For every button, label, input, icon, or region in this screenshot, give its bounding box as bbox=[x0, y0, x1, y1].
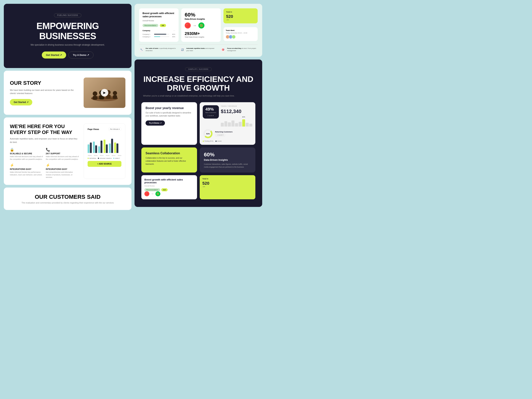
rev-bar-5 bbox=[235, 123, 238, 127]
avatars bbox=[226, 35, 255, 39]
bar-group-5 bbox=[109, 139, 113, 153]
avatar-3 bbox=[232, 35, 236, 39]
target-icon: 🎯 bbox=[221, 47, 226, 52]
company-more-icon: ··· bbox=[173, 29, 175, 32]
chart-legend: REFERRAL ORGANIC SEARCH DIRECT bbox=[88, 158, 121, 159]
big-num: 2930M+ bbox=[185, 31, 217, 36]
yearly-amount: $112,340 bbox=[221, 108, 252, 114]
rev-bar-9 bbox=[249, 124, 252, 127]
revenue-bar-chart: $47k bbox=[221, 117, 252, 127]
total-in-sub: -1% bbox=[202, 186, 253, 188]
add-source-button[interactable]: + ADD SOURCE bbox=[88, 161, 121, 167]
rec-score: 4.0 bbox=[160, 24, 166, 27]
team-title: Team Meet. bbox=[226, 29, 255, 31]
rev-bar-2 bbox=[224, 121, 228, 127]
bar-group-1 bbox=[88, 142, 92, 153]
legend-dot-pending bbox=[203, 141, 204, 142]
get-started-button[interactable]: Get Started ↗ bbox=[42, 51, 66, 58]
play-button[interactable]: ▶ bbox=[101, 89, 108, 96]
legend-pending: Pending (51%) bbox=[203, 140, 213, 142]
story-text: OUR STORY We have been building our team… bbox=[10, 80, 79, 105]
boost-rec-badge: Recomendation bbox=[144, 188, 160, 191]
boost-growth-card-top: Boost growth with efficient sales proces… bbox=[139, 8, 179, 42]
info-item-3: 🎯 Focus on what they do best. From proje… bbox=[221, 47, 258, 52]
chart-title: Page Views bbox=[88, 128, 99, 130]
info-item-1: 🔧 Our suite of tools is specifically des… bbox=[139, 47, 176, 52]
simplify-badge: SIMPLIFY, SUCCEED bbox=[185, 67, 212, 71]
legend-label-direct: DIRECT bbox=[115, 158, 120, 159]
insights-card-eff: 60% Data-Driven Insights Customer intera… bbox=[200, 147, 255, 172]
data-insights-card-top: 60% Data-Driven Insights 🔴 → 🟢 2930M+ To… bbox=[181, 8, 221, 42]
new-customers-filter[interactable]: 1 month ▾ bbox=[205, 114, 216, 117]
company1-bar-bg bbox=[154, 34, 169, 35]
team-time: Today, December 09:20 – 19:30 bbox=[226, 32, 255, 34]
feature-integrations-1: ⚡ INTEGRATIONS EASY Make informed Monito… bbox=[10, 163, 43, 179]
returning-info: Returning Customers 1 month ▾ bbox=[215, 131, 233, 136]
total-in-label: Total In bbox=[202, 178, 253, 180]
bar-group-6 bbox=[114, 142, 118, 153]
svg-rect-3 bbox=[93, 96, 97, 100]
chart-card: Page Views Per Minute ▾ bbox=[84, 124, 125, 179]
try-demo-button-2[interactable]: Try A Demo ↗ bbox=[146, 120, 165, 126]
step-section: WE'RE HERE FOR YOU EVERY STEP OF THE WAY… bbox=[4, 117, 132, 185]
dashboard-top: Boost growth with efficient sales proces… bbox=[134, 4, 262, 57]
phone-icon: 📞 bbox=[46, 148, 79, 152]
right-column: Boost growth with efficient sales proces… bbox=[134, 4, 262, 210]
insights-pct: 60% bbox=[204, 152, 251, 158]
rec-badge: Recomendation bbox=[142, 24, 158, 27]
bar-group-3 bbox=[98, 141, 102, 153]
feature-support-title: 24/7 SUPPORT bbox=[46, 152, 79, 155]
feature-integrations-2-title: INTEGRATIONS EASY bbox=[46, 168, 79, 170]
legend-label-referral: REFERRAL bbox=[89, 158, 96, 159]
feature-scalable-title: SCALABLE & SECURE bbox=[10, 152, 43, 155]
yearly-revenue-area: YEARLY REVENUE $112,340 bbox=[221, 105, 252, 127]
label-2: -50min bbox=[94, 155, 97, 156]
bar-dark-1 bbox=[90, 142, 92, 153]
returning-month-filter[interactable]: 1 month ▾ bbox=[215, 133, 225, 136]
revenue-card: Boost your yearly revenue Our suite of t… bbox=[141, 102, 197, 145]
chart-filter-dropdown[interactable]: Per Minute ▾ bbox=[108, 127, 121, 131]
info-text-1: Our suite of tools is specifically desig… bbox=[146, 47, 176, 52]
story-section: OUR STORY We have been building our team… bbox=[4, 71, 132, 115]
boost-growth-subtitle: Overall Review bbox=[142, 20, 175, 22]
bar-dark-5 bbox=[111, 139, 113, 153]
company-row: Company ··· bbox=[142, 29, 175, 32]
data-percent: 60% bbox=[185, 12, 217, 18]
collab-title: Seamless Collaboration bbox=[146, 152, 193, 155]
bar-yellow-4 bbox=[104, 140, 105, 153]
step-text: WE'RE HERE FOR YOU EVERY STEP OF THE WAY… bbox=[10, 124, 79, 179]
label-3: -45min bbox=[100, 155, 104, 156]
right-mini-cards: Total In 520 -1% Team Meet. Today, Decem… bbox=[223, 8, 258, 42]
donut-row: 51% Returning Customers 1 month ▾ bbox=[203, 128, 252, 139]
legend-dot-referral bbox=[88, 158, 89, 159]
story-desc: We have been building our team and servi… bbox=[10, 89, 79, 95]
story-get-started-button[interactable]: Get Started ↗ bbox=[10, 99, 32, 105]
company1-bar-fill bbox=[154, 34, 166, 35]
rev-bar-1 bbox=[221, 123, 224, 127]
customers-section: OUR CUSTOMERS SAID The evaluation and co… bbox=[4, 188, 132, 210]
info-text-2: Automate repetitive tasks and empower yo… bbox=[186, 47, 217, 52]
label-4: -40min bbox=[105, 155, 109, 156]
dashboard-info: 🔧 Our suite of tools is specifically des… bbox=[139, 44, 258, 52]
company1-label: Company 1 bbox=[142, 33, 153, 35]
rev-bar-3 bbox=[228, 122, 231, 127]
play-icon: ▶ bbox=[103, 91, 106, 95]
recommendation-row: Recomendation 4.0 bbox=[142, 24, 175, 27]
icon-row: 🔴 → 🟢 bbox=[185, 22, 217, 28]
boost-rec-score: 4.0 bbox=[161, 188, 168, 191]
legend-label-pending: Pending (51%) bbox=[204, 140, 213, 142]
hero-buttons: Get Started ↗ Try A Demo ↗ bbox=[11, 51, 124, 58]
try-demo-button[interactable]: Try A Demo ↗ bbox=[68, 51, 94, 58]
total-in-num: 520 bbox=[202, 181, 253, 186]
new-customers-pct: 49% bbox=[205, 107, 216, 112]
new-customers-label: New Customers bbox=[205, 112, 216, 114]
legend-income: Income bbox=[215, 140, 222, 142]
big-num-label: Total Data-Driven Insights bbox=[185, 36, 217, 38]
data-title: Data-Driven Insights bbox=[185, 18, 217, 20]
bar-dark-6 bbox=[116, 143, 118, 153]
efficiency-desc: Whether you're a small startup or an est… bbox=[141, 95, 236, 97]
insights-title: Data-Driven Insights bbox=[204, 158, 251, 161]
feature-scalable-desc: Make informed decisions and stay ahead o… bbox=[10, 155, 43, 161]
info-item-2: 🔄 Automate repetitive tasks and empower … bbox=[180, 47, 217, 52]
donut-chart: 51% bbox=[203, 128, 213, 139]
